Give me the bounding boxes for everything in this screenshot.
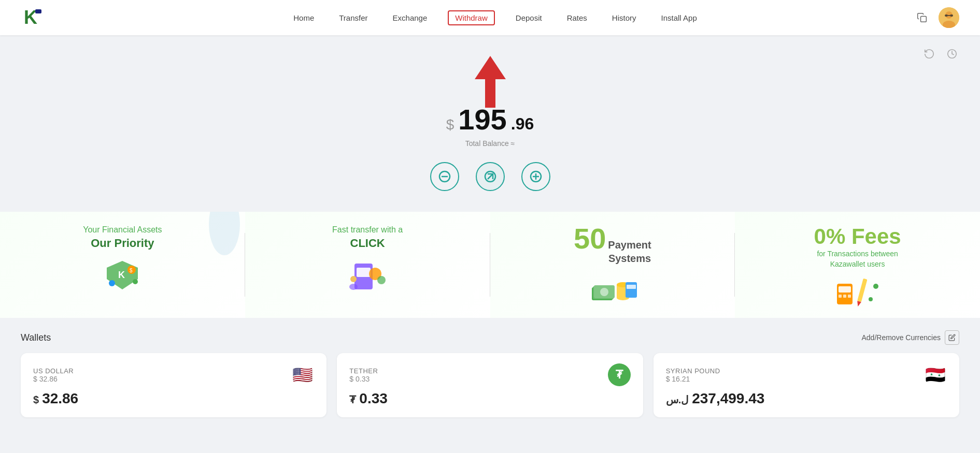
svg-rect-2 xyxy=(35,9,41,13)
deposit-action-button[interactable] xyxy=(521,162,550,191)
usd-wallet-name: US DOLLAR xyxy=(33,367,74,375)
navbar-right xyxy=(914,7,959,28)
svg-rect-26 xyxy=(357,268,371,277)
banner-section: Your Financial Assets Our Priority K $ F… xyxy=(0,212,980,318)
banner3-illustration xyxy=(587,269,638,305)
svg-rect-43 xyxy=(843,295,846,298)
usd-wallet-card[interactable]: US DOLLAR $ 32.86 🇺🇸 $ 32.86 xyxy=(21,353,326,417)
balance-section: $ 195 .96 Total Balance ≈ xyxy=(446,103,534,148)
banner-fast-transfer: Fast transfer with a CLICK xyxy=(245,212,490,318)
tether-wallet-value: 0.33 xyxy=(359,390,388,407)
tether-wallet-symbol: ₮ xyxy=(349,393,356,406)
nav-install-app[interactable]: Install App xyxy=(657,11,701,24)
svg-point-47 xyxy=(873,284,878,289)
svg-rect-8 xyxy=(950,14,953,17)
usd-wallet-flag: 🇺🇸 xyxy=(291,363,314,386)
svg-point-48 xyxy=(869,297,873,301)
banner-zero-fees: 0% Fees for Transactions between Kazawal… xyxy=(735,212,980,318)
navbar: K Home Transfer Exchange Withdraw Deposi… xyxy=(0,0,980,35)
svg-point-24 xyxy=(133,279,138,284)
tether-wallet-card[interactable]: TETHER $ 0.33 ₮ ₮ 0.33 xyxy=(337,353,643,417)
svg-rect-7 xyxy=(945,14,948,17)
syp-wallet-symbol: ل.س xyxy=(666,393,689,406)
banner4-percent: 0% Fees xyxy=(814,224,901,249)
nav-rates[interactable]: Rates xyxy=(563,11,591,24)
nav-deposit[interactable]: Deposit xyxy=(512,11,546,24)
tether-wallet-top-row: TETHER $ 0.33 ₮ xyxy=(349,363,630,386)
banner4-illustration xyxy=(834,273,881,310)
action-buttons xyxy=(430,162,550,191)
balance-label: Total Balance ≈ xyxy=(465,139,515,148)
svg-point-28 xyxy=(377,276,386,284)
tether-wallet-amount-row: ₮ 0.33 xyxy=(349,390,630,407)
svg-rect-42 xyxy=(839,295,842,298)
banner2-top-text: Fast transfer with a xyxy=(332,224,403,236)
withdraw-action-button[interactable] xyxy=(430,162,459,191)
usd-wallet-usd-value: $ 32.86 xyxy=(33,375,74,383)
syp-wallet-top-row: SYRIAN POUND $ 16.21 🇸🇾 xyxy=(666,363,947,386)
syp-wallet-usd-value: $ 16.21 xyxy=(666,375,720,383)
banner-payment-systems: 50 PaymentSystems xyxy=(490,212,735,318)
syp-wallet-value: 237,499.43 xyxy=(692,390,764,407)
svg-rect-41 xyxy=(839,286,851,293)
usd-wallet-top-row: US DOLLAR $ 32.86 🇺🇸 xyxy=(33,363,314,386)
svg-point-29 xyxy=(350,276,357,282)
svg-rect-45 xyxy=(857,279,867,302)
withdraw-arrow xyxy=(470,56,511,108)
svg-line-15 xyxy=(488,174,493,179)
banner1-illustration: K $ xyxy=(102,256,143,292)
main-content: $ 195 .96 Total Balance ≈ xyxy=(0,35,980,417)
add-currencies-button[interactable]: Add/Remove Currencies xyxy=(861,330,959,345)
wallets-section: Wallets Add/Remove Currencies US DOLLAR … xyxy=(0,318,980,417)
banner2-illustration xyxy=(344,256,391,292)
copy-icon[interactable] xyxy=(914,9,930,26)
add-currencies-label: Add/Remove Currencies xyxy=(861,333,941,342)
svg-rect-38 xyxy=(626,282,637,298)
wallets-title: Wallets xyxy=(21,332,51,343)
svg-point-34 xyxy=(600,288,608,296)
banner1-top-text: Your Financial Assets xyxy=(83,224,162,236)
nav-withdraw[interactable]: Withdraw xyxy=(448,10,495,25)
banner3-big-number: 50 xyxy=(574,224,606,253)
tether-wallet-name: TETHER xyxy=(349,367,378,375)
nav-home[interactable]: Home xyxy=(289,11,318,24)
usd-wallet-value: 32.86 xyxy=(42,390,78,407)
svg-text:$: $ xyxy=(130,268,133,273)
banner1-bottom-text: Our Priority xyxy=(91,236,154,252)
banner4-desc: for Transactions between Kazawallet user… xyxy=(817,249,898,269)
svg-text:K: K xyxy=(118,270,125,280)
wallets-header: Wallets Add/Remove Currencies xyxy=(21,330,959,345)
svg-text:K: K xyxy=(24,7,37,28)
logo[interactable]: K xyxy=(21,5,46,30)
usd-wallet-symbol: $ xyxy=(33,394,39,406)
navbar-links: Home Transfer Exchange Withdraw Deposit … xyxy=(77,10,914,25)
add-currencies-icon xyxy=(945,330,959,345)
svg-rect-39 xyxy=(627,285,636,289)
banner-financial-assets: Your Financial Assets Our Priority K $ xyxy=(0,212,245,318)
syp-wallet-name: SYRIAN POUND xyxy=(666,367,720,375)
syp-wallet-flag: 🇸🇾 xyxy=(924,363,947,386)
nav-transfer[interactable]: Transfer xyxy=(335,11,372,24)
syp-wallet-card[interactable]: SYRIAN POUND $ 16.21 🇸🇾 ل.س 237,499.43 xyxy=(654,353,959,417)
svg-point-23 xyxy=(109,280,115,286)
svg-marker-46 xyxy=(856,301,861,307)
nav-history[interactable]: History xyxy=(608,11,641,24)
nav-exchange[interactable]: Exchange xyxy=(389,11,432,24)
tether-wallet-usd-value: $ 0.33 xyxy=(349,375,378,383)
banner3-subtitle: PaymentSystems xyxy=(608,238,651,265)
wallets-row: US DOLLAR $ 32.86 🇺🇸 $ 32.86 TETHER $ 0.… xyxy=(21,353,959,417)
banner2-bottom-text: CLICK xyxy=(350,236,385,252)
usd-wallet-amount-row: $ 32.86 xyxy=(33,390,314,407)
svg-rect-3 xyxy=(921,17,927,22)
tether-wallet-flag: ₮ xyxy=(608,363,631,386)
svg-marker-11 xyxy=(475,56,506,108)
syp-wallet-amount-row: ل.س 237,499.43 xyxy=(666,390,947,407)
user-avatar[interactable] xyxy=(939,7,959,28)
balance-currency-symbol: $ xyxy=(446,116,455,133)
balance-decimal: .96 xyxy=(511,114,534,134)
transfer-action-button[interactable] xyxy=(476,162,505,191)
svg-rect-44 xyxy=(848,295,851,298)
svg-point-30 xyxy=(349,284,358,290)
